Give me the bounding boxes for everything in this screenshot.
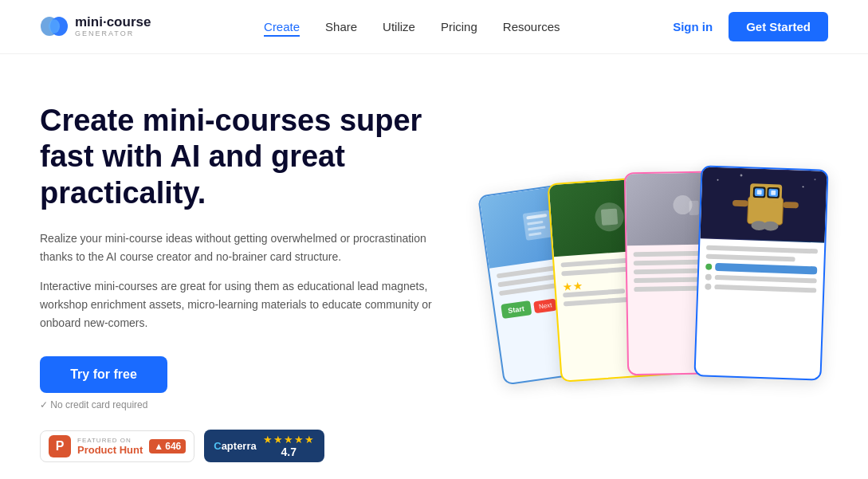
card4-line1: [705, 245, 817, 253]
logo-sub: GENERATOR: [75, 30, 151, 38]
card4-line2: [705, 253, 795, 261]
svg-rect-27: [783, 202, 799, 208]
capterra-rating: ★★★★★ 4.7: [263, 434, 315, 458]
try-for-free-button[interactable]: Try for free: [40, 356, 167, 393]
capterra-score: 4.7: [281, 446, 296, 458]
social-proof-badges: P FEATURED ON Product Hunt ▲ 646 Capterr…: [40, 430, 438, 462]
card4-image: [700, 167, 827, 242]
capterra-stars: ★★★★★: [263, 434, 315, 446]
signin-button[interactable]: Sign in: [673, 20, 713, 33]
hero-headline: Create mini-courses super fast with AI a…: [40, 103, 438, 212]
nav-item-resources[interactable]: Resources: [503, 20, 560, 34]
nav-link-create[interactable]: Create: [264, 20, 300, 37]
producthunt-name: Product Hunt: [77, 444, 143, 456]
card4-dot-green: [705, 263, 712, 269]
course-card-4: [693, 165, 828, 380]
card4-dot-text3: [714, 284, 816, 292]
svg-rect-24: [756, 190, 761, 194]
producthunt-number: 646: [165, 441, 181, 452]
producthunt-featured-label: FEATURED ON: [77, 437, 143, 444]
svg-rect-9: [600, 208, 617, 225]
card4-dot-line1: [705, 262, 817, 274]
nav-links: Create Share Utilize Pricing Resources: [264, 20, 560, 34]
hero-section: Create mini-courses super fast with AI a…: [0, 54, 868, 479]
nav-link-pricing[interactable]: Pricing: [441, 20, 477, 33]
hero-desc2: Interactive mini-courses are great for u…: [40, 277, 438, 332]
card4-dot-text2: [714, 274, 816, 282]
card4-dot-text1: [715, 262, 817, 273]
nav-link-resources[interactable]: Resources: [503, 20, 560, 33]
nav-item-share[interactable]: Share: [325, 20, 357, 34]
nav-item-create[interactable]: Create: [264, 20, 300, 34]
nav-right: Sign in Get Started: [673, 12, 828, 41]
svg-rect-11: [688, 200, 697, 214]
producthunt-badge[interactable]: P FEATURED ON Product Hunt ▲ 646: [40, 430, 194, 462]
hero-content: Create mini-courses super fast with AI a…: [40, 103, 438, 462]
logo-text: mini·course GENERATOR: [75, 15, 151, 38]
card3-line3: [633, 268, 697, 273]
capterra-badge[interactable]: Capterra ★★★★★ 4.7: [204, 430, 324, 462]
svg-rect-26: [732, 199, 748, 206]
nav-item-pricing[interactable]: Pricing: [441, 20, 477, 34]
producthunt-count: ▲ 646: [149, 439, 186, 453]
svg-rect-3: [522, 210, 552, 240]
svg-point-2: [49, 19, 60, 33]
hero-desc1: Realize your mini-course ideas without g…: [40, 230, 438, 266]
hero-illustration: Start Next ★★: [486, 116, 828, 450]
producthunt-icon: P: [49, 435, 71, 457]
no-credit-label: No credit card required: [40, 399, 438, 410]
svg-rect-25: [771, 190, 776, 194]
navbar: mini·course GENERATOR Create Share Utili…: [0, 0, 868, 54]
card1-green-btn: Start: [501, 300, 532, 319]
card4-dot-line3: [705, 283, 816, 293]
get-started-button[interactable]: Get Started: [729, 12, 828, 41]
card4-dot-gray2: [705, 283, 711, 289]
card4-dot-line2: [705, 273, 816, 284]
card4-dot-gray1: [705, 273, 711, 280]
card-stack: Start Next ★★: [490, 163, 825, 402]
logo-icon: [40, 15, 69, 37]
nav-link-share[interactable]: Share: [325, 20, 357, 33]
producthunt-arrow: ▲: [154, 441, 163, 452]
logo-name: mini·course: [75, 15, 151, 30]
logo[interactable]: mini·course GENERATOR: [40, 15, 151, 38]
card1-red-btn: Next: [533, 298, 557, 313]
nav-item-utilize[interactable]: Utilize: [383, 20, 415, 34]
card4-body: [697, 238, 824, 303]
capterra-logo: Capterra: [214, 440, 256, 452]
nav-link-utilize[interactable]: Utilize: [383, 20, 415, 33]
producthunt-text: FEATURED ON Product Hunt: [77, 437, 143, 456]
card4-robot-icon: [700, 167, 827, 242]
